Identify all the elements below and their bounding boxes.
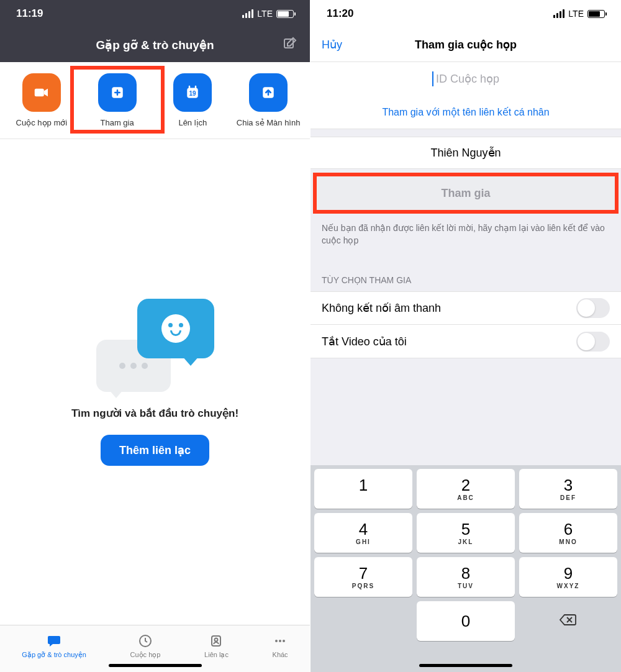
screen-join-meeting: 11:20 LTE Hủy Tham gia cuộc họp ID Cuộc … <box>310 0 621 672</box>
placeholder-text: ID Cuộc họp <box>436 72 499 86</box>
option-label: Không kết nối âm thanh <box>322 301 441 315</box>
option-no-video[interactable]: Tắt Video của tôi <box>310 325 621 358</box>
option-no-audio[interactable]: Không kết nối âm thanh <box>310 291 621 325</box>
action-new-meeting[interactable]: Cuộc họp mới <box>4 73 79 127</box>
key-5[interactable]: 5JKL <box>417 513 515 553</box>
actions-row: Cuộc họp mới Tham gia 19 Lên lịch Chia s… <box>0 62 310 139</box>
key-backspace[interactable] <box>519 601 617 641</box>
nav-header: Hủy Tham gia cuộc họp <box>310 27 621 62</box>
battery-icon <box>276 10 294 18</box>
action-label: Lên lịch <box>178 118 207 127</box>
battery-icon <box>587 10 605 18</box>
key-2[interactable]: 2ABC <box>417 469 515 509</box>
tab-label: Khác <box>273 651 288 658</box>
hint-text: Nếu bạn đã nhận được liên kết lời mời, h… <box>310 217 621 258</box>
add-contact-button[interactable]: Thêm liên lạc <box>101 435 209 466</box>
status-right: LTE <box>553 9 605 19</box>
plus-icon <box>98 73 137 112</box>
svg-rect-5 <box>195 86 197 89</box>
cancel-button[interactable]: Hủy <box>322 38 342 52</box>
action-label: Tham gia <box>101 118 134 127</box>
action-share-screen[interactable]: Chia sẻ Màn hình <box>231 73 306 127</box>
compose-icon[interactable] <box>283 36 297 53</box>
svg-rect-1 <box>35 89 44 97</box>
home-indicator[interactable] <box>109 664 202 667</box>
key-1[interactable]: 1 <box>314 469 412 509</box>
network-label: LTE <box>568 9 584 19</box>
tab-meet-chat[interactable]: Gặp gỡ & trò chuyện <box>22 633 86 659</box>
key-0[interactable]: 0 <box>417 601 515 641</box>
home-indicator[interactable] <box>419 664 512 667</box>
empty-state: Tìm người và bắt đầu trò chuyện! Thêm li… <box>0 139 310 625</box>
status-time: 11:19 <box>16 7 43 20</box>
key-3[interactable]: 3DEF <box>519 469 617 509</box>
svg-point-10 <box>215 638 218 641</box>
key-9[interactable]: 9WXYZ <box>519 557 617 597</box>
network-label: LTE <box>257 9 273 19</box>
more-icon <box>273 633 288 649</box>
svg-text:19: 19 <box>189 90 197 97</box>
calendar-icon: 19 <box>173 73 212 112</box>
action-label: Cuộc họp mới <box>16 118 68 127</box>
key-7[interactable]: 7PQRS <box>314 557 412 597</box>
personal-link-button[interactable]: Tham gia với một tên liên kết cá nhân <box>310 96 621 129</box>
status-bar: 11:20 LTE <box>310 0 621 27</box>
tab-more[interactable]: Khác <box>273 633 288 658</box>
tab-meetings[interactable]: Cuộc họp <box>130 633 161 659</box>
user-name-field[interactable]: Thiên Nguyễn <box>310 137 621 169</box>
contact-icon <box>209 633 224 649</box>
toggle-switch[interactable] <box>576 332 610 352</box>
chat-illustration-icon <box>96 299 214 392</box>
join-section: Tham gia <box>310 169 621 217</box>
action-schedule[interactable]: 19 Lên lịch <box>155 73 230 127</box>
highlight-join: Tham gia <box>70 66 165 134</box>
numeric-keypad: 1 2ABC 3DEF 4GHI 5JKL 6MNO 7PQRS 8TUV 9W… <box>310 465 621 672</box>
backspace-icon <box>559 613 578 629</box>
text-cursor <box>432 71 433 86</box>
video-icon <box>22 73 61 112</box>
svg-point-12 <box>279 640 281 642</box>
tab-label: Gặp gỡ & trò chuyện <box>22 651 86 659</box>
screen-meet-chat: 11:19 LTE Gặp gỡ & trò chuyện Cuộc họp m… <box>0 0 310 672</box>
svg-rect-4 <box>189 86 191 89</box>
toggle-switch[interactable] <box>576 298 610 318</box>
join-button[interactable]: Tham gia <box>317 176 615 210</box>
action-label: Chia sẻ Màn hình <box>237 118 301 127</box>
status-time: 11:20 <box>327 7 353 20</box>
key-8[interactable]: 8TUV <box>417 557 515 597</box>
option-label: Tắt Video của tôi <box>322 335 407 348</box>
nav-header: Gặp gỡ & trò chuyện <box>0 27 310 62</box>
meeting-id-input[interactable]: ID Cuộc họp <box>310 62 621 96</box>
chat-icon <box>45 633 63 649</box>
key-6[interactable]: 6MNO <box>519 513 617 553</box>
page-title: Tham gia cuộc họp <box>415 38 517 52</box>
tab-label: Liên lạc <box>204 651 229 659</box>
tab-label: Cuộc họp <box>130 651 161 659</box>
key-4[interactable]: 4GHI <box>314 513 412 553</box>
page-title: Gặp gỡ & trò chuyện <box>96 38 214 52</box>
action-join[interactable]: Tham gia <box>80 73 155 127</box>
signal-icon <box>242 9 253 18</box>
clock-icon <box>138 633 153 649</box>
status-right: LTE <box>242 9 294 19</box>
svg-point-13 <box>283 640 285 642</box>
svg-point-11 <box>275 640 278 642</box>
tab-contacts[interactable]: Liên lạc <box>204 633 229 659</box>
status-bar: 11:19 LTE <box>0 0 310 27</box>
upload-icon <box>249 73 288 112</box>
signal-icon <box>553 9 564 18</box>
highlight-join-button: Tham gia <box>313 173 619 214</box>
empty-text: Tìm người và bắt đầu trò chuyện! <box>71 407 238 420</box>
section-label: TÙY CHỌN THAM GIA <box>310 258 621 291</box>
